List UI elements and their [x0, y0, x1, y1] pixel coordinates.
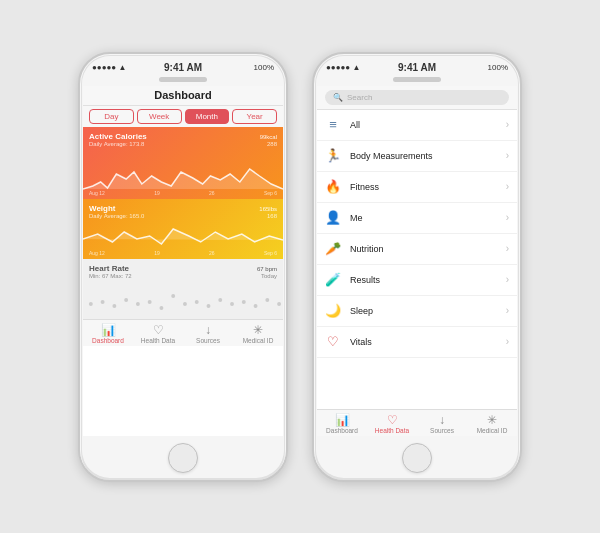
card-label-weight: Weight: [89, 204, 116, 213]
card-value-calories: 99kcal: [260, 131, 277, 141]
list-item-me[interactable]: 👤 Me ›: [317, 203, 517, 234]
dashboard-title: Dashboard: [83, 89, 283, 101]
time-left: 9:41 AM: [153, 62, 214, 73]
nutrition-icon: 🥕: [323, 239, 343, 259]
list-item-body[interactable]: 🏃 Body Measurements ›: [317, 141, 517, 172]
health-category-list: ≡ All › 🏃 Body Measurements › 🔥 Fitness …: [317, 110, 517, 409]
svg-point-15: [265, 298, 269, 302]
svg-point-5: [148, 300, 152, 304]
list-item-nutrition[interactable]: 🥕 Nutrition ›: [317, 234, 517, 265]
svg-point-6: [159, 306, 163, 310]
bottom-tab-bar-right: 📊 Dashboard ♡ Health Data ↓ Sources ✳ Me…: [317, 409, 517, 436]
health-data-icon-right: ♡: [387, 414, 398, 426]
tab-dashboard-left[interactable]: 📊 Dashboard: [83, 324, 133, 344]
tab-label-health: Health Data: [141, 337, 175, 344]
tab-label-dashboard-right: Dashboard: [326, 427, 358, 434]
svg-point-0: [89, 302, 93, 306]
tab-sources-left[interactable]: ↓ Sources: [183, 324, 233, 344]
item-label-vitals: Vitals: [350, 337, 499, 347]
item-label-all: All: [350, 120, 499, 130]
tab-week[interactable]: Week: [137, 109, 182, 124]
tab-label-sources-right: Sources: [430, 427, 454, 434]
chevron-sleep: ›: [506, 305, 509, 316]
tab-dashboard-right[interactable]: 📊 Dashboard: [317, 414, 367, 434]
card-heart-rate[interactable]: Heart Rate Min: 67 Max: 72 67 bpm Today: [83, 259, 283, 319]
svg-point-8: [183, 302, 187, 306]
tab-year[interactable]: Year: [232, 109, 277, 124]
svg-point-7: [171, 294, 175, 298]
status-bar-left: ●●●●● ▲ 9:41 AM 100%: [80, 54, 286, 77]
screen-left: Dashboard Day Week Month Year Active Cal…: [83, 86, 283, 436]
screen-right: 🔍 Search ≡ All › 🏃 Body Measurements › 🔥: [317, 86, 517, 436]
dashboard-header: Dashboard: [83, 86, 283, 106]
chevron-body: ›: [506, 150, 509, 161]
card-label-calories: Active Calories: [89, 132, 147, 141]
signal-right: ●●●●● ▲: [326, 63, 387, 72]
svg-point-12: [230, 302, 234, 306]
tab-month[interactable]: Month: [185, 109, 230, 124]
tab-medical-left[interactable]: ✳ Medical ID: [233, 324, 283, 344]
svg-point-14: [254, 304, 258, 308]
tab-day[interactable]: Day: [89, 109, 134, 124]
health-search-header: 🔍 Search: [317, 86, 517, 110]
tab-label-dashboard: Dashboard: [92, 337, 124, 344]
chevron-results: ›: [506, 274, 509, 285]
sources-icon-right: ↓: [439, 414, 445, 426]
battery-right: 100%: [447, 63, 508, 72]
medical-icon: ✳: [253, 324, 263, 336]
battery-left: 100%: [213, 63, 274, 72]
svg-point-2: [112, 304, 116, 308]
dashboard-icon: 📊: [101, 324, 116, 336]
health-data-icon: ♡: [153, 324, 164, 336]
search-placeholder: Search: [347, 93, 372, 102]
chevron-me: ›: [506, 212, 509, 223]
item-label-sleep: Sleep: [350, 306, 499, 316]
results-icon: 🧪: [323, 270, 343, 290]
list-item-all[interactable]: ≡ All ›: [317, 110, 517, 141]
fitness-icon: 🔥: [323, 177, 343, 197]
time-right: 9:41 AM: [387, 62, 448, 73]
search-icon: 🔍: [333, 93, 343, 102]
tab-label-medical-right: Medical ID: [477, 427, 508, 434]
tab-health-data-right[interactable]: ♡ Health Data: [367, 414, 417, 434]
item-label-me: Me: [350, 213, 499, 223]
list-item-vitals[interactable]: ♡ Vitals ›: [317, 327, 517, 358]
status-bar-right: ●●●●● ▲ 9:41 AM 100%: [314, 54, 520, 77]
chevron-nutrition: ›: [506, 243, 509, 254]
chart-dates-calories: Aug 12 19 26 Sep 6: [89, 190, 277, 196]
home-button-right[interactable]: [402, 443, 432, 473]
speaker-left: [159, 77, 207, 82]
chart-heart: [83, 274, 283, 319]
all-icon: ≡: [323, 115, 343, 135]
signal-left: ●●●●● ▲: [92, 63, 153, 72]
bottom-tab-bar-left: 📊 Dashboard ♡ Health Data ↓ Sources ✳ Me…: [83, 319, 283, 346]
dashboard-icon-right: 📊: [335, 414, 350, 426]
body-measurements-icon: 🏃: [323, 146, 343, 166]
medical-icon-right: ✳: [487, 414, 497, 426]
card-sublabel-calories: Daily Average: 173.8: [89, 141, 144, 147]
item-label-fitness: Fitness: [350, 182, 499, 192]
tab-sources-right[interactable]: ↓ Sources: [417, 414, 467, 434]
svg-point-11: [218, 298, 222, 302]
svg-point-4: [136, 302, 140, 306]
card-active-calories[interactable]: Active Calories Daily Average: 173.8 99k…: [83, 127, 283, 199]
svg-point-16: [277, 302, 281, 306]
search-bar[interactable]: 🔍 Search: [325, 90, 509, 105]
phones-container: ●●●●● ▲ 9:41 AM 100% Dashboard Day Week …: [78, 52, 522, 482]
home-button-left[interactable]: [168, 443, 198, 473]
tab-label-health-right: Health Data: [375, 427, 409, 434]
svg-point-3: [124, 298, 128, 302]
list-item-fitness[interactable]: 🔥 Fitness ›: [317, 172, 517, 203]
chevron-all: ›: [506, 119, 509, 130]
me-icon: 👤: [323, 208, 343, 228]
card-weight[interactable]: Weight Daily Average: 165.0 165lbs 168 A…: [83, 199, 283, 259]
svg-point-10: [207, 304, 211, 308]
tab-label-medical: Medical ID: [243, 337, 274, 344]
list-item-results[interactable]: 🧪 Results ›: [317, 265, 517, 296]
chart-dates-weight: Aug 12 19 26 Sep 6: [89, 250, 277, 256]
tab-health-data-left[interactable]: ♡ Health Data: [133, 324, 183, 344]
speaker-right: [393, 77, 441, 82]
list-item-sleep[interactable]: 🌙 Sleep ›: [317, 296, 517, 327]
tab-medical-right[interactable]: ✳ Medical ID: [467, 414, 517, 434]
item-label-nutrition: Nutrition: [350, 244, 499, 254]
